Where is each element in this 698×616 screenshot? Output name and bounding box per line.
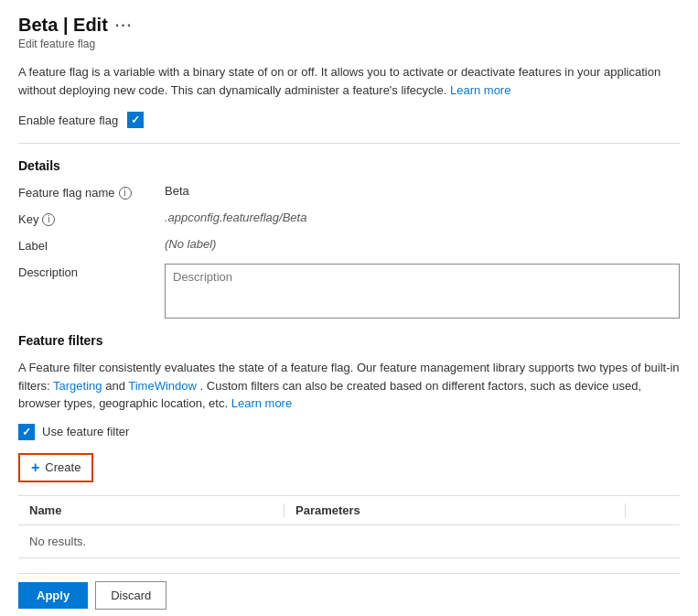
feature-flag-name-info-icon[interactable]: i	[119, 187, 132, 200]
feature-flag-name-row: Feature flag name i Beta	[18, 184, 680, 200]
enable-feature-row: Enable feature flag	[18, 112, 680, 128]
filters-description: A Feature filter consistently evaluates …	[18, 359, 680, 413]
targeting-text: Targeting	[53, 379, 102, 393]
divider-1	[18, 143, 680, 144]
details-section-title: Details	[18, 158, 680, 173]
timewindow-text: TimeWindow	[128, 379, 197, 393]
col-params-header: Parameters	[284, 503, 625, 517]
create-btn-label: Create	[45, 460, 81, 474]
ellipsis-button[interactable]: ···	[115, 17, 133, 34]
page-title: Beta | Edit	[18, 15, 108, 36]
page-subtitle: Edit feature flag	[18, 38, 680, 50]
details-section: Details Feature flag name i Beta Key i .…	[18, 158, 680, 319]
footer-buttons: Apply Discard	[18, 573, 680, 610]
page-container: Beta | Edit ··· Edit feature flag A feat…	[0, 0, 698, 616]
filters-table: Name Parameters No results.	[18, 495, 680, 558]
page-title-row: Beta | Edit ···	[18, 15, 680, 36]
filters-learn-more-link[interactable]: Learn more	[231, 396, 292, 410]
feature-flag-name-value: Beta	[165, 184, 189, 198]
key-row: Key i .appconfig.featureflag/Beta	[18, 211, 680, 226]
label-value: (No label)	[165, 237, 216, 251]
key-info-icon[interactable]: i	[42, 213, 55, 226]
use-filter-label: Use feature filter	[42, 425, 129, 438]
description-textarea[interactable]	[165, 264, 680, 319]
key-label: Key i	[18, 211, 165, 226]
create-button[interactable]: + Create	[18, 453, 93, 482]
apply-button[interactable]: Apply	[18, 582, 88, 609]
and-text: and	[105, 379, 125, 393]
create-btn-container: + Create	[18, 453, 680, 482]
table-body: No results.	[18, 525, 680, 557]
col-name-header: Name	[18, 503, 284, 517]
filters-section-title: Feature filters	[18, 333, 680, 348]
label-label: Label	[18, 237, 165, 253]
label-row: Label (No label)	[18, 237, 680, 253]
enable-checkbox[interactable]	[127, 112, 144, 128]
table-header: Name Parameters	[18, 496, 680, 525]
plus-icon: +	[31, 459, 39, 476]
enable-label: Enable feature flag	[18, 113, 118, 127]
feature-flag-name-label: Feature flag name i	[18, 184, 165, 200]
filters-section: Feature filters A Feature filter consist…	[18, 333, 680, 558]
col-actions-header	[625, 503, 680, 517]
description-label: Description	[18, 264, 165, 279]
intro-text: A feature flag is a variable with a bina…	[18, 65, 660, 97]
use-filter-row: Use feature filter	[18, 424, 680, 440]
discard-button[interactable]: Discard	[95, 581, 166, 610]
intro-description: A feature flag is a variable with a bina…	[18, 63, 680, 99]
use-filter-checkbox[interactable]	[18, 424, 35, 440]
description-row: Description	[18, 264, 680, 319]
key-value: .appconfig.featureflag/Beta	[165, 211, 306, 224]
no-results-text: No results.	[29, 535, 669, 548]
intro-learn-more-link[interactable]: Learn more	[450, 83, 510, 97]
